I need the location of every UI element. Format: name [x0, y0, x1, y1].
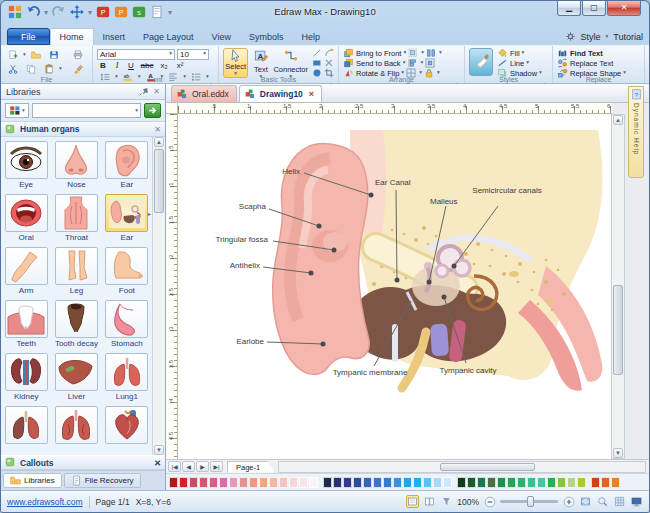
tab-symbols[interactable]: Symbols [240, 28, 293, 45]
color-swatch[interactable] [457, 477, 466, 488]
replace-text-button[interactable]: Replace Text [557, 58, 641, 68]
color-swatch[interactable] [433, 477, 442, 488]
zoom-out-button[interactable] [483, 495, 496, 508]
new-document-button[interactable] [5, 50, 21, 60]
arc-shape-button[interactable] [323, 48, 335, 58]
color-swatch[interactable] [537, 477, 546, 488]
minimize-button[interactable]: ▁ [557, 1, 581, 16]
horizontal-scrollbar[interactable] [278, 461, 646, 473]
library-item-lung1[interactable]: Lung1 [102, 353, 152, 401]
library-search-input[interactable]: ▾ [32, 103, 141, 118]
color-swatch[interactable] [209, 477, 218, 488]
tab-view[interactable]: View [203, 28, 240, 45]
library-item-nose[interactable]: Nose [51, 141, 101, 189]
close-button[interactable]: ✕ [607, 1, 641, 16]
tab-help[interactable]: Help [292, 28, 329, 45]
label-earlobe[interactable]: Earlobe [204, 337, 264, 346]
color-swatch[interactable] [269, 477, 278, 488]
library-item-teeth[interactable]: Teeth [1, 300, 51, 348]
format-painter-button[interactable] [70, 64, 86, 74]
library-item-liver[interactable]: Liver [51, 353, 101, 401]
normal-view-button[interactable] [406, 495, 419, 508]
color-swatch[interactable] [229, 477, 238, 488]
font-size-select[interactable]: 10▾ [177, 49, 209, 60]
scroll-up-icon[interactable]: ▲ [613, 115, 623, 125]
erase-button[interactable] [323, 58, 335, 68]
fill-button[interactable]: Fill▾ [497, 48, 542, 58]
color-swatch[interactable] [299, 477, 308, 488]
color-swatch[interactable] [363, 477, 372, 488]
label-malleus[interactable]: Malleus [430, 197, 480, 206]
library-item-throat[interactable]: Throat [51, 194, 101, 242]
color-swatch[interactable] [423, 477, 432, 488]
prev-page-button[interactable]: ◀ [182, 461, 195, 472]
new-dropdown[interactable]: ▾ [23, 52, 26, 58]
color-swatch[interactable] [393, 477, 402, 488]
color-swatch[interactable] [601, 477, 610, 488]
style-dropdown[interactable]: ▾ [606, 34, 609, 40]
save-button[interactable] [46, 50, 62, 60]
select-tool-button[interactable]: Select ▾ [223, 48, 248, 78]
drawing-page[interactable]: Helix Scapha Tringular fossa Antihelix E… [178, 114, 613, 459]
color-swatch[interactable] [309, 477, 318, 488]
page-view-button[interactable] [423, 495, 436, 508]
library-item-eye[interactable]: Eye [1, 141, 51, 189]
label-scapha[interactable]: Scapha [214, 202, 266, 211]
panel-close-icon[interactable]: ✕ [153, 87, 160, 96]
distribute-icon[interactable] [426, 48, 437, 58]
library-item-ear[interactable]: Ear [102, 141, 152, 189]
color-swatch[interactable] [443, 477, 452, 488]
title-bar[interactable]: ▾▾PPS▾ Edraw Max - Drawing10 ▁ ▢ ✕ [1, 1, 649, 25]
tab-insert[interactable]: Insert [94, 28, 135, 45]
send-to-back-button[interactable]: Send to Back▾ ▾ [343, 58, 461, 68]
color-swatch[interactable] [413, 477, 422, 488]
library-scrollbar[interactable]: ▲ ▼ [152, 137, 165, 455]
tab-page-layout[interactable]: Page Layout [134, 28, 203, 45]
color-swatch[interactable] [517, 477, 526, 488]
underline-button[interactable]: U [125, 61, 137, 71]
color-swatch[interactable] [373, 477, 382, 488]
file-menu-button[interactable]: File [7, 28, 50, 45]
label-tympanic-cavity[interactable]: Tympanic cavity [430, 366, 506, 375]
color-swatch[interactable] [249, 477, 258, 488]
subscript-button[interactable]: x₂ [157, 61, 171, 71]
theme-styles-button[interactable] [469, 48, 493, 76]
scroll-thumb[interactable] [440, 463, 535, 471]
color-swatch[interactable] [477, 477, 486, 488]
first-page-button[interactable]: |◀ [168, 461, 181, 472]
cut-button[interactable] [5, 64, 21, 74]
color-swatch[interactable] [353, 477, 362, 488]
filter-view-button[interactable] [440, 495, 453, 508]
dynamic-help-tab[interactable]: ? Dynamic Help [628, 86, 644, 178]
library-item-leg[interactable]: Leg [51, 247, 101, 295]
color-swatch[interactable] [497, 477, 506, 488]
label-semicircular-canals[interactable]: Semicircular canals [470, 186, 544, 195]
edrawsoft-link[interactable]: www.edrawsoft.com [7, 497, 83, 507]
font-family-select[interactable]: Arial▾ [97, 49, 175, 60]
grid-toggle-button[interactable] [613, 495, 626, 508]
zoom-region-button[interactable] [596, 495, 609, 508]
color-swatch[interactable] [189, 477, 198, 488]
next-page-button[interactable]: ▶ [196, 461, 209, 472]
find-text-button[interactable]: Find Text [557, 48, 641, 58]
color-swatch[interactable] [487, 477, 496, 488]
pin-icon[interactable] [139, 86, 150, 97]
color-swatch[interactable] [611, 477, 620, 488]
scroll-up-icon[interactable]: ▲ [154, 137, 164, 147]
connector-tool-button[interactable]: Connector ▾ [273, 48, 308, 78]
text-tool-button[interactable]: A Text ▾ [251, 48, 270, 78]
scroll-thumb[interactable] [613, 285, 623, 375]
label-tringular-fossa[interactable]: Tringular fossa [178, 235, 268, 244]
rectangle-shape-button[interactable] [311, 58, 323, 68]
color-swatch[interactable] [343, 477, 352, 488]
paste-dropdown[interactable]: ▾ [59, 66, 62, 72]
zoom-in-button[interactable] [562, 495, 575, 508]
library-item-partial-16[interactable] [51, 406, 101, 444]
color-swatch[interactable] [279, 477, 288, 488]
color-swatch[interactable] [239, 477, 248, 488]
color-swatch[interactable] [259, 477, 268, 488]
label-tympanic-membrane[interactable]: Tympanic membrane [328, 368, 412, 377]
bold-button[interactable]: B [97, 61, 109, 71]
color-swatch[interactable] [507, 477, 516, 488]
panel-tab-libraries[interactable]: Libraries [3, 473, 62, 488]
